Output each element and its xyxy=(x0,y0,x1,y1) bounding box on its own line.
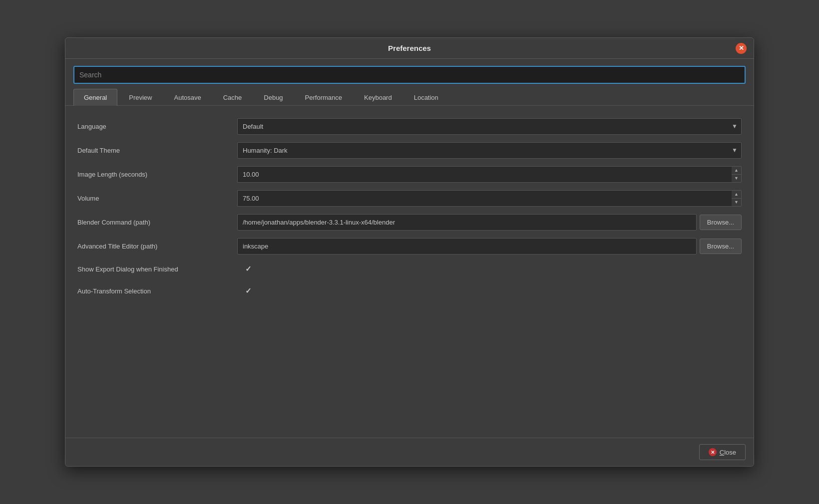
language-select-wrapper: Default English French German Spanish ▼ xyxy=(237,118,742,135)
tab-location[interactable]: Location xyxy=(404,89,449,106)
tabs-bar: General Preview Autosave Cache Debug Per… xyxy=(65,89,754,106)
image-length-row: Image Length (seconds) ▲ ▼ xyxy=(77,164,742,185)
preferences-dialog: Preferences ✕ General Preview Autosave C… xyxy=(65,37,754,467)
default-theme-select-wrapper: Humanity: Dark Light System Default ▼ xyxy=(237,142,742,159)
blender-command-input[interactable] xyxy=(237,214,697,231)
image-length-label: Image Length (seconds) xyxy=(77,171,237,178)
blender-command-path-row: Browse... xyxy=(237,214,742,231)
blender-command-browse-button[interactable]: Browse... xyxy=(700,215,742,230)
advanced-title-editor-browse-button[interactable]: Browse... xyxy=(700,239,742,254)
auto-transform-checkbox[interactable]: ✓ xyxy=(243,286,253,296)
default-theme-select[interactable]: Humanity: Dark Light System Default xyxy=(237,142,742,159)
volume-up-button[interactable]: ▲ xyxy=(732,191,741,198)
volume-label: Volume xyxy=(77,195,237,202)
image-length-down-button[interactable]: ▼ xyxy=(732,174,741,182)
show-export-dialog-row: Show Export Dialog when Finished ✓ xyxy=(77,259,742,278)
image-length-up-button[interactable]: ▲ xyxy=(732,167,741,174)
volume-input[interactable] xyxy=(237,190,732,207)
tab-autosave[interactable]: Autosave xyxy=(164,89,212,106)
auto-transform-label: Auto-Transform Selection xyxy=(77,287,237,295)
search-input[interactable] xyxy=(73,66,746,84)
tab-debug[interactable]: Debug xyxy=(253,89,293,106)
dialog-title: Preferences xyxy=(388,44,431,52)
content-area: Language Default English French German S… xyxy=(65,106,754,438)
tab-keyboard[interactable]: Keyboard xyxy=(354,89,403,106)
default-theme-label: Default Theme xyxy=(77,147,237,154)
language-select[interactable]: Default English French German Spanish xyxy=(237,118,742,135)
volume-spinner-buttons: ▲ ▼ xyxy=(732,190,742,207)
tab-cache[interactable]: Cache xyxy=(213,89,253,106)
image-length-spinner-buttons: ▲ ▼ xyxy=(732,166,742,183)
tab-general[interactable]: General xyxy=(73,89,117,106)
image-length-spinner-wrapper: ▲ ▼ xyxy=(237,166,742,183)
footer: ✕ Close xyxy=(65,438,754,466)
volume-spinner-wrapper: ▲ ▼ xyxy=(237,190,742,207)
default-theme-row: Default Theme Humanity: Dark Light Syste… xyxy=(77,140,742,161)
blender-command-label: Blender Command (path) xyxy=(77,219,237,226)
advanced-title-editor-input[interactable] xyxy=(237,238,697,254)
search-area xyxy=(65,59,754,89)
advanced-title-editor-path-row: Browse... xyxy=(237,238,742,254)
show-export-dialog-label: Show Export Dialog when Finished xyxy=(77,265,237,273)
language-label: Language xyxy=(77,123,237,130)
titlebar: Preferences ✕ xyxy=(65,38,754,59)
blender-command-row: Blender Command (path) Browse... xyxy=(77,212,742,233)
advanced-title-editor-label: Advanced Title Editor (path) xyxy=(77,243,237,250)
close-footer-label: Close xyxy=(720,449,736,456)
volume-down-button[interactable]: ▼ xyxy=(732,198,741,206)
volume-row: Volume ▲ ▼ xyxy=(77,188,742,209)
show-export-dialog-checkbox[interactable]: ✓ xyxy=(243,264,253,274)
language-row: Language Default English French German S… xyxy=(77,116,742,137)
titlebar-close-button[interactable]: ✕ xyxy=(736,43,747,54)
advanced-title-editor-row: Advanced Title Editor (path) Browse... xyxy=(77,236,742,256)
auto-transform-row: Auto-Transform Selection ✓ xyxy=(77,281,742,300)
image-length-input[interactable] xyxy=(237,166,732,183)
close-footer-icon: ✕ xyxy=(709,448,717,456)
tab-preview[interactable]: Preview xyxy=(118,89,162,106)
close-footer-button[interactable]: ✕ Close xyxy=(699,444,746,460)
tab-performance[interactable]: Performance xyxy=(295,89,353,106)
